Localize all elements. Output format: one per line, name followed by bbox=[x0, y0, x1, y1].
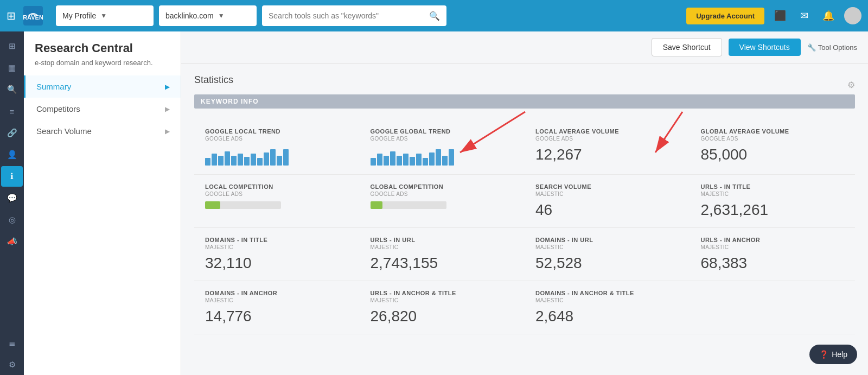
nav-item-search-volume[interactable]: Search Volume ▶ bbox=[24, 120, 181, 142]
sidebar-item-info[interactable]: ℹ bbox=[1, 166, 23, 187]
stat-urls-title-label: URLS - IN TITLE bbox=[701, 183, 845, 190]
stat-domains-url-label: DOMAINS - IN URL bbox=[535, 237, 679, 243]
svg-text:RAVEN: RAVEN bbox=[23, 14, 43, 21]
trend-bar bbox=[205, 158, 210, 166]
trend-bar bbox=[449, 149, 454, 166]
help-circle-icon: ❓ bbox=[819, 350, 828, 359]
profile-dropdown[interactable]: My Profile ▼ bbox=[56, 5, 154, 26]
stat-local-competition-label: LOCAL COMPETITION bbox=[205, 183, 349, 190]
stat-search-vol-source: MAJESTIC bbox=[535, 191, 679, 197]
stat-domains-anchor-title-source: MAJESTIC bbox=[535, 297, 679, 303]
stat-urls-title-value: 2,631,261 bbox=[701, 201, 845, 219]
stat-domains-anchor-value: 14,776 bbox=[205, 308, 349, 325]
stat-urls-in-title: URLS - IN TITLE MAJESTIC 2,631,261 bbox=[690, 175, 856, 228]
search-bar[interactable]: 🔍 bbox=[262, 5, 446, 26]
stat-urls-in-anchor: URLS - IN ANCHOR MAJESTIC 68,383 bbox=[690, 228, 856, 281]
statistics-section: Statistics ⚙ KEYWORD INFO GOOGLE LOCAL T… bbox=[181, 63, 868, 345]
search-input[interactable] bbox=[269, 11, 426, 20]
nav-print-icon[interactable]: ⬛ bbox=[770, 8, 790, 24]
trend-bar bbox=[423, 158, 428, 166]
stat-google-local-trend-source: GOOGLE ADS bbox=[205, 136, 349, 142]
stat-urls-anchor-title-label: URLS - IN ANCHOR & TITLE bbox=[371, 290, 514, 296]
nav-item-summary-label: Summary bbox=[36, 82, 71, 91]
secondary-sidebar: Research Central e-stop domain and keywo… bbox=[24, 31, 181, 375]
view-shortcuts-button[interactable]: View Shortcuts bbox=[729, 39, 801, 56]
sidebar-item-megaphone[interactable]: 📣 bbox=[1, 231, 23, 252]
sidebar-item-target[interactable]: ◎ bbox=[1, 209, 23, 230]
trend-bar bbox=[270, 149, 276, 166]
stat-global-avg-vol-label: GLOBAL AVERAGE VOLUME bbox=[701, 128, 845, 135]
settings-gear-icon[interactable]: ⚙ bbox=[847, 80, 855, 90]
page-subtitle: e-stop domain and keyword research. bbox=[35, 59, 170, 67]
tool-options-button[interactable]: 🔧 Tool Options bbox=[807, 43, 857, 52]
tool-options-label: Tool Options bbox=[818, 43, 857, 52]
domain-dropdown[interactable]: backlinko.com ▼ bbox=[159, 5, 257, 26]
sidebar-nav: Summary ▶ Competitors ▶ Search Volume ▶ bbox=[24, 75, 181, 142]
stat-domains-anchor-title-label: DOMAINS - IN ANCHOR & TITLE bbox=[535, 290, 679, 296]
profile-label: My Profile bbox=[62, 11, 96, 20]
nav-grid-icon[interactable]: ⊞ bbox=[7, 9, 16, 22]
sidebar-item-chat[interactable]: 💬 bbox=[1, 188, 23, 208]
google-local-trend-bars bbox=[205, 146, 349, 166]
stat-domains-url-source: MAJESTIC bbox=[535, 244, 679, 250]
stat-local-avg-vol-value: 12,267 bbox=[535, 146, 679, 163]
left-sidebar: ⊞ ▦ 🔍 ≡ 🔗 👤 ℹ 💬 ◎ 📣 ≣ ⚙ bbox=[0, 31, 24, 375]
page-title: Research Central bbox=[35, 41, 170, 55]
stat-global-competition-source: GOOGLE ADS bbox=[371, 191, 514, 197]
stat-domains-anchor-label: DOMAINS - IN ANCHOR bbox=[205, 290, 349, 296]
main-layout: ⊞ ▦ 🔍 ≡ 🔗 👤 ℹ 💬 ◎ 📣 ≣ ⚙ Research Central… bbox=[0, 31, 868, 375]
trend-bar bbox=[277, 156, 282, 166]
nav-item-search-volume-label: Search Volume bbox=[36, 126, 92, 136]
trend-bar bbox=[251, 154, 256, 166]
nav-item-summary[interactable]: Summary ▶ bbox=[24, 75, 181, 98]
stat-local-avg-vol-label: LOCAL AVERAGE VOLUME bbox=[535, 128, 679, 135]
stat-search-vol-label: SEARCH VOLUME bbox=[535, 183, 679, 190]
help-button[interactable]: ❓ Help bbox=[809, 345, 857, 364]
top-navigation: ⊞ RAVEN My Profile ▼ backlinko.com ▼ 🔍 U… bbox=[0, 0, 868, 31]
sidebar-item-list[interactable]: ≡ bbox=[1, 101, 23, 122]
domain-dropdown-arrow: ▼ bbox=[218, 12, 225, 20]
nav-item-competitors-arrow: ▶ bbox=[165, 105, 170, 113]
nav-bell-icon[interactable]: 🔔 bbox=[818, 8, 839, 24]
stat-urls-anchor-label: URLS - IN ANCHOR bbox=[701, 237, 845, 243]
stat-urls-url-value: 2,743,155 bbox=[371, 255, 514, 272]
stat-local-average-volume: LOCAL AVERAGE VOLUME GOOGLE ADS 12,267 bbox=[525, 119, 690, 175]
trend-bar bbox=[377, 154, 382, 166]
sidebar-item-links[interactable]: 🔗 bbox=[1, 123, 23, 143]
sidebar-item-menu[interactable]: ≣ bbox=[1, 333, 23, 353]
stat-domains-in-anchor: DOMAINS - IN ANCHOR MAJESTIC 14,776 bbox=[194, 281, 360, 334]
sidebar-item-dashboard[interactable]: ▦ bbox=[1, 58, 23, 78]
trend-bar bbox=[429, 152, 435, 166]
sidebar-item-grid[interactable]: ⊞ bbox=[1, 36, 23, 56]
nav-mail-icon[interactable]: ✉ bbox=[796, 8, 813, 24]
trend-bar bbox=[212, 154, 217, 166]
trend-bar bbox=[403, 154, 409, 166]
stat-urls-anchor-title-value: 26,820 bbox=[371, 308, 514, 325]
trend-bar bbox=[264, 152, 269, 166]
trend-bar bbox=[397, 156, 402, 166]
stat-urls-title-source: MAJESTIC bbox=[701, 191, 845, 197]
stat-local-avg-vol-source: GOOGLE ADS bbox=[535, 136, 679, 142]
trend-bar bbox=[390, 151, 395, 166]
stat-local-competition: LOCAL COMPETITION GOOGLE ADS bbox=[194, 175, 360, 228]
keyword-info-bar: KEYWORD INFO bbox=[194, 94, 855, 109]
sidebar-item-search[interactable]: 🔍 bbox=[1, 79, 23, 100]
sidebar-item-users[interactable]: 👤 bbox=[1, 144, 23, 165]
main-content: Save Shortcut View Shortcuts 🔧 Tool Opti… bbox=[181, 31, 868, 375]
stat-google-local-trend-label: GOOGLE LOCAL TREND bbox=[205, 128, 349, 135]
trend-bar bbox=[225, 151, 230, 166]
stat-google-local-trend: GOOGLE LOCAL TREND GOOGLE ADS bbox=[194, 119, 360, 175]
stat-domains-in-url: DOMAINS - IN URL MAJESTIC 52,528 bbox=[525, 228, 690, 281]
wrench-icon: 🔧 bbox=[807, 43, 816, 52]
nav-item-summary-arrow: ▶ bbox=[165, 83, 170, 91]
sidebar-item-settings[interactable]: ⚙ bbox=[1, 354, 23, 375]
upgrade-account-button[interactable]: Upgrade Account bbox=[686, 8, 764, 24]
stat-urls-anchor-value: 68,383 bbox=[701, 255, 845, 272]
profile-dropdown-arrow: ▼ bbox=[100, 12, 107, 20]
save-shortcut-button[interactable]: Save Shortcut bbox=[652, 38, 722, 56]
logo-svg: RAVEN bbox=[23, 6, 43, 26]
nav-item-competitors[interactable]: Competitors ▶ bbox=[24, 98, 181, 120]
avatar[interactable] bbox=[844, 7, 861, 24]
stat-local-competition-source: GOOGLE ADS bbox=[205, 191, 349, 197]
local-competition-bar-fill bbox=[205, 201, 220, 209]
